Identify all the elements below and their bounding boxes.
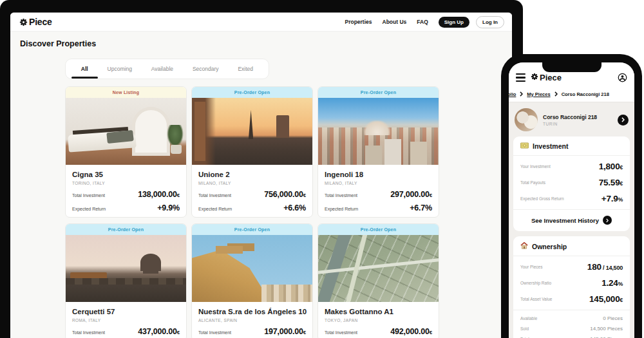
expected-return-label: Expected Return [198, 207, 232, 211]
nav-about-us[interactable]: About Us [383, 19, 407, 25]
page-title: Discover Properties [10, 32, 512, 48]
property-card-cerquetti-57[interactable]: Pre-Order Open Cerquetti 57 ROMA, ITALY … [65, 223, 187, 338]
property-card-ingenoli-18[interactable]: Pre-Order Open Ingenoli 18 MILANO, ITALY… [317, 86, 439, 218]
investment-row: Your Investment 1,800€ [513, 158, 630, 174]
status-badge: Pre-Order Open [66, 224, 186, 235]
sign-up-button[interactable]: Sign Up [439, 17, 469, 28]
total-investment-label: Total Investment [325, 330, 357, 335]
phone-notch [542, 62, 601, 72]
selected-property-row[interactable]: Corso Racconigi 218 TURIN [509, 102, 634, 136]
ownership-card: Ownership Your Pieces 180 / 14,500 Owner… [513, 236, 630, 338]
expected-return-value: +6.7% [410, 203, 432, 212]
your-investment-value: 1,800€ [599, 162, 623, 171]
see-investment-history-button[interactable]: See Investment History [513, 209, 630, 231]
property-location: ALICANTE, SPAIN [198, 318, 306, 323]
ownership-row: Ownership Ratio 1.24% [513, 275, 630, 291]
tab-secondary[interactable]: Secondary [189, 59, 223, 79]
flower-logo-icon [19, 18, 28, 26]
stage: Piece Properties About Us FAQ Sign Up Lo… [0, 0, 644, 338]
total-investment-value: 437,000.00€ [138, 327, 180, 336]
expected-return-label: Expected Return [72, 207, 106, 211]
laptop-screen: Piece Properties About Us FAQ Sign Up Lo… [10, 12, 512, 338]
ownership-sub-row: Sold 14,500 Pieces [513, 323, 630, 333]
total-investment-label: Total Investment [72, 193, 105, 198]
property-photo-milano-sunset [192, 98, 312, 165]
tab-exited[interactable]: Exited [234, 59, 257, 79]
property-card-unione-2[interactable]: Pre-Order Open Unione 2 MILANO, ITALY To… [191, 86, 313, 218]
sold-pieces-value: 14,500 Pieces [590, 326, 623, 332]
selected-property-name: Corso Racconigi 218 [543, 114, 597, 120]
total-payouts-value: 75.59€ [599, 178, 623, 187]
ownership-sub-row: Total 145,00 Pieces [513, 333, 630, 338]
expected-gross-return-value: +7.9% [601, 194, 623, 203]
investment-row: Expected Gross Return +7.9% [513, 191, 630, 207]
investment-card-header: Investment [513, 136, 630, 156]
property-photo-bedroom [66, 98, 186, 165]
property-location: TORINO, ITALY [72, 181, 180, 185]
total-investment-value: 197,000.00€ [264, 327, 306, 336]
investment-row: Total Payouts 75.59€ [513, 174, 630, 191]
property-photo-roma-dusk [66, 235, 186, 302]
chevron-right-icon [554, 91, 558, 97]
ownership-row: Total Asset Value 145,000€ [513, 291, 630, 307]
brand-logo[interactable]: Piece [19, 17, 52, 27]
property-name: Cigna 35 [72, 171, 180, 178]
flower-logo-icon [531, 73, 538, 82]
chevron-right-icon [520, 91, 523, 97]
selected-property-location: TURIN [543, 122, 597, 126]
account-icon[interactable] [618, 73, 627, 82]
expected-return-label: Expected Return [325, 207, 358, 211]
total-investment-value: 492,000.00€ [390, 327, 432, 336]
chevron-right-icon [603, 216, 612, 225]
ownership-title: Ownership [532, 243, 567, 250]
breadcrumb: olio My Pieces Corso Racconigi 218 [509, 86, 634, 102]
ownership-ratio-value: 1.24% [601, 278, 623, 288]
tab-all[interactable]: All [77, 59, 92, 79]
property-card-grid: New Listing Cigna 35 TORINO, ITALY Total… [65, 86, 445, 338]
tab-available[interactable]: Available [147, 59, 177, 79]
investment-card: Investment Your Investment 1,800€ Total … [513, 136, 630, 231]
brand-name: Piece [29, 17, 52, 27]
total-investment-label: Total Investment [72, 330, 105, 335]
property-card-makes-gottanno-a1[interactable]: Pre-Order Open Makes Gottanno A1 TOKYO, … [317, 223, 439, 338]
banknote-icon [520, 142, 529, 150]
available-pieces-value: 0 Pieces [603, 315, 623, 321]
house-icon [520, 242, 528, 250]
breadcrumb-my-pieces[interactable]: My Pieces [527, 91, 550, 97]
total-investment-value: 138,000.00€ [138, 190, 180, 199]
properties-page: Discover Properties All Upcoming Availab… [10, 32, 512, 338]
status-badge: Pre-Order Open [192, 224, 312, 235]
your-pieces-value: 180 / 14,500 [587, 262, 623, 272]
chevron-right-icon[interactable] [618, 115, 629, 126]
ownership-card-header: Ownership [513, 236, 630, 256]
nav-properties[interactable]: Properties [345, 19, 372, 25]
status-badge: Pre-Order Open [318, 87, 439, 98]
filter-tabs: All Upcoming Available Secondary Exited [65, 59, 269, 79]
total-investment-label: Total Investment [198, 193, 231, 198]
phone-brand-logo[interactable]: Piece [531, 73, 562, 82]
property-name: Ingenoli 18 [325, 171, 432, 178]
phone-frame: Piece olio My Pieces Corso Racconigi 218… [501, 54, 642, 338]
ownership-row: Your Pieces 180 / 14,500 [513, 259, 630, 275]
property-photo-milano-aerial [318, 98, 439, 165]
tab-upcoming[interactable]: Upcoming [104, 59, 136, 79]
breadcrumb-current: Corso Racconigi 218 [562, 91, 609, 97]
property-name: Makes Gottanno A1 [325, 308, 432, 315]
total-investment-value: 297,000.00€ [390, 190, 432, 199]
property-card-nuestra-sra-angeles-10[interactable]: Pre-Order Open Nuestra S.ra de los Ángel… [191, 223, 313, 338]
log-in-button[interactable]: Log In [476, 16, 504, 28]
total-investment-label: Total Investment [198, 330, 231, 335]
nav-faq[interactable]: FAQ [417, 19, 428, 25]
property-avatar [515, 108, 538, 131]
site-header: Piece Properties About Us FAQ Sign Up Lo… [10, 13, 512, 32]
hamburger-icon[interactable] [516, 73, 526, 82]
ownership-sub-row: Available 0 Pieces [513, 313, 630, 323]
status-badge: Pre-Order Open [192, 87, 312, 98]
phone-brand-name: Piece [540, 73, 562, 82]
breadcrumb-portfolio[interactable]: olio [509, 91, 516, 97]
status-badge: Pre-Order Open [318, 224, 439, 235]
phone-screen: Piece olio My Pieces Corso Racconigi 218… [509, 62, 634, 338]
status-badge: New Listing [66, 87, 186, 98]
site-nav: Properties About Us FAQ Sign Up Log In [345, 16, 504, 28]
property-card-cigna-35[interactable]: New Listing Cigna 35 TORINO, ITALY Total… [65, 86, 187, 218]
